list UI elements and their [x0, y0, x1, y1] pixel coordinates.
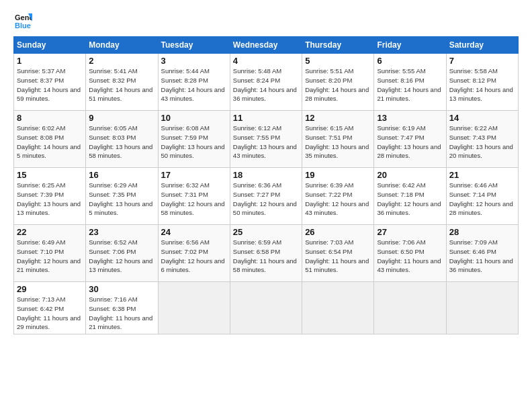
day-info: Sunrise: 6:29 AMSunset: 7:35 PMDaylight:… [89, 181, 152, 216]
header: General Blue [13, 11, 519, 30]
day-info: Sunrise: 6:42 AMSunset: 7:18 PMDaylight:… [377, 181, 441, 216]
day-number: 28 [449, 227, 515, 237]
logo-icon: General Blue [13, 11, 32, 30]
day-info: Sunrise: 5:48 AMSunset: 8:24 PMDaylight:… [233, 67, 297, 102]
day-number: 20 [377, 170, 443, 180]
day-number: 11 [233, 113, 299, 123]
day-info: Sunrise: 5:37 AMSunset: 8:37 PMDaylight:… [17, 67, 81, 102]
day-info: Sunrise: 5:51 AMSunset: 8:20 PMDaylight:… [305, 67, 369, 102]
calendar-cell: 20Sunrise: 6:42 AMSunset: 7:18 PMDayligh… [374, 168, 446, 225]
day-info: Sunrise: 5:55 AMSunset: 8:16 PMDaylight:… [377, 67, 441, 102]
calendar-cell: 3Sunrise: 5:44 AMSunset: 8:28 PMDaylight… [158, 54, 230, 111]
day-number: 27 [377, 227, 443, 237]
day-number: 29 [17, 284, 83, 294]
calendar-cell: 8Sunrise: 6:02 AMSunset: 8:08 PMDaylight… [14, 111, 86, 168]
day-number: 10 [161, 113, 227, 123]
day-number: 9 [89, 113, 154, 123]
calendar-week-5: 29Sunrise: 7:13 AMSunset: 6:42 PMDayligh… [14, 282, 519, 334]
day-info: Sunrise: 5:58 AMSunset: 8:12 PMDaylight:… [449, 67, 513, 102]
day-info: Sunrise: 5:41 AMSunset: 8:32 PMDaylight:… [89, 67, 152, 102]
day-info: Sunrise: 6:02 AMSunset: 8:08 PMDaylight:… [17, 124, 81, 159]
day-of-week-monday: Monday [86, 37, 158, 54]
day-info: Sunrise: 6:15 AMSunset: 7:51 PMDaylight:… [305, 124, 369, 159]
day-number: 6 [377, 56, 443, 66]
day-of-week-saturday: Saturday [446, 37, 518, 54]
calendar-cell: 13Sunrise: 6:19 AMSunset: 7:47 PMDayligh… [374, 111, 446, 168]
calendar-cell: 6Sunrise: 5:55 AMSunset: 8:16 PMDaylight… [374, 54, 446, 111]
day-info: Sunrise: 7:13 AMSunset: 6:42 PMDaylight:… [17, 295, 81, 330]
day-info: Sunrise: 6:46 AMSunset: 7:14 PMDaylight:… [449, 181, 513, 216]
day-number: 19 [305, 170, 371, 180]
calendar-cell: 2Sunrise: 5:41 AMSunset: 8:32 PMDaylight… [86, 54, 158, 111]
calendar-cell: 9Sunrise: 6:05 AMSunset: 8:03 PMDaylight… [86, 111, 158, 168]
day-info: Sunrise: 7:03 AMSunset: 6:54 PMDaylight:… [305, 238, 369, 273]
calendar-cell [374, 282, 446, 334]
day-number: 14 [449, 113, 515, 123]
logo: General Blue [13, 11, 35, 30]
day-number: 16 [89, 170, 154, 180]
calendar-cell: 7Sunrise: 5:58 AMSunset: 8:12 PMDaylight… [446, 54, 518, 111]
calendar-cell: 19Sunrise: 6:39 AMSunset: 7:22 PMDayligh… [302, 168, 374, 225]
day-number: 13 [377, 113, 443, 123]
calendar-cell: 21Sunrise: 6:46 AMSunset: 7:14 PMDayligh… [446, 168, 518, 225]
day-info: Sunrise: 7:09 AMSunset: 6:46 PMDaylight:… [449, 238, 513, 273]
calendar-cell: 16Sunrise: 6:29 AMSunset: 7:35 PMDayligh… [86, 168, 158, 225]
calendar-week-4: 22Sunrise: 6:49 AMSunset: 7:10 PMDayligh… [14, 225, 519, 282]
day-info: Sunrise: 6:59 AMSunset: 6:58 PMDaylight:… [233, 238, 297, 273]
day-number: 21 [449, 170, 515, 180]
day-number: 3 [161, 56, 227, 66]
day-of-week-friday: Friday [374, 37, 446, 54]
calendar-cell [446, 282, 518, 334]
day-info: Sunrise: 6:56 AMSunset: 7:02 PMDaylight:… [161, 238, 225, 273]
day-of-week-tuesday: Tuesday [158, 37, 230, 54]
day-number: 7 [449, 56, 515, 66]
day-number: 23 [89, 227, 154, 237]
day-number: 1 [17, 56, 83, 66]
day-number: 18 [233, 170, 299, 180]
day-info: Sunrise: 6:12 AMSunset: 7:55 PMDaylight:… [233, 124, 297, 159]
calendar-cell: 11Sunrise: 6:12 AMSunset: 7:55 PMDayligh… [230, 111, 302, 168]
calendar-cell: 1Sunrise: 5:37 AMSunset: 8:37 PMDaylight… [14, 54, 86, 111]
calendar-cell: 12Sunrise: 6:15 AMSunset: 7:51 PMDayligh… [302, 111, 374, 168]
day-info: Sunrise: 6:39 AMSunset: 7:22 PMDaylight:… [305, 181, 369, 216]
calendar-cell: 30Sunrise: 7:16 AMSunset: 6:38 PMDayligh… [86, 282, 158, 334]
calendar-cell: 5Sunrise: 5:51 AMSunset: 8:20 PMDaylight… [302, 54, 374, 111]
calendar-cell: 23Sunrise: 6:52 AMSunset: 7:06 PMDayligh… [86, 225, 158, 282]
day-number: 12 [305, 113, 371, 123]
day-number: 4 [233, 56, 299, 66]
calendar-cell [302, 282, 374, 334]
calendar-cell: 29Sunrise: 7:13 AMSunset: 6:42 PMDayligh… [14, 282, 86, 334]
svg-text:Blue: Blue [15, 21, 31, 30]
day-number: 17 [161, 170, 227, 180]
calendar-cell: 26Sunrise: 7:03 AMSunset: 6:54 PMDayligh… [302, 225, 374, 282]
day-of-week-sunday: Sunday [14, 37, 86, 54]
day-number: 2 [89, 56, 154, 66]
day-info: Sunrise: 6:19 AMSunset: 7:47 PMDaylight:… [377, 124, 441, 159]
calendar-table: SundayMondayTuesdayWednesdayThursdayFrid… [13, 36, 519, 334]
calendar-cell: 4Sunrise: 5:48 AMSunset: 8:24 PMDaylight… [230, 54, 302, 111]
day-number: 5 [305, 56, 371, 66]
calendar-page: General Blue SundayMondayTuesdayWednesda… [0, 0, 532, 411]
calendar-cell [230, 282, 302, 334]
day-number: 24 [161, 227, 227, 237]
calendar-cell: 17Sunrise: 6:32 AMSunset: 7:31 PMDayligh… [158, 168, 230, 225]
calendar-week-3: 15Sunrise: 6:25 AMSunset: 7:39 PMDayligh… [14, 168, 519, 225]
calendar-cell: 15Sunrise: 6:25 AMSunset: 7:39 PMDayligh… [14, 168, 86, 225]
calendar-body: 1Sunrise: 5:37 AMSunset: 8:37 PMDaylight… [14, 54, 519, 334]
days-of-week-row: SundayMondayTuesdayWednesdayThursdayFrid… [14, 37, 519, 54]
calendar-cell: 22Sunrise: 6:49 AMSunset: 7:10 PMDayligh… [14, 225, 86, 282]
day-number: 25 [233, 227, 299, 237]
day-info: Sunrise: 6:08 AMSunset: 7:59 PMDaylight:… [161, 124, 225, 159]
day-number: 26 [305, 227, 371, 237]
day-of-week-thursday: Thursday [302, 37, 374, 54]
day-of-week-wednesday: Wednesday [230, 37, 302, 54]
day-info: Sunrise: 6:36 AMSunset: 7:27 PMDaylight:… [233, 181, 297, 216]
calendar-week-1: 1Sunrise: 5:37 AMSunset: 8:37 PMDaylight… [14, 54, 519, 111]
calendar-cell: 18Sunrise: 6:36 AMSunset: 7:27 PMDayligh… [230, 168, 302, 225]
day-info: Sunrise: 6:52 AMSunset: 7:06 PMDaylight:… [89, 238, 152, 273]
day-number: 8 [17, 113, 83, 123]
calendar-cell [158, 282, 230, 334]
day-info: Sunrise: 6:22 AMSunset: 7:43 PMDaylight:… [449, 124, 513, 159]
day-number: 15 [17, 170, 83, 180]
calendar-cell: 24Sunrise: 6:56 AMSunset: 7:02 PMDayligh… [158, 225, 230, 282]
